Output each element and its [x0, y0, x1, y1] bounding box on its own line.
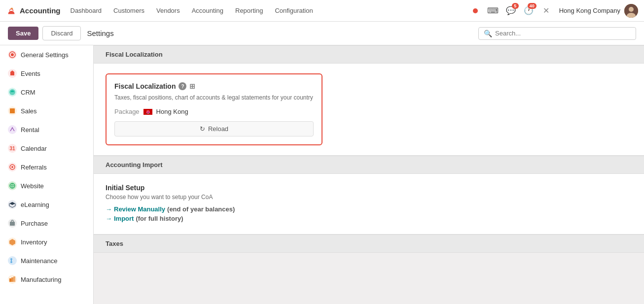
svg-rect-15	[9, 278, 11, 282]
nav-configuration[interactable]: Configuration	[270, 5, 318, 16]
initial-setup-title: Initial Setup	[106, 184, 632, 192]
main-layout: General Settings Events CRM Sales Rental	[0, 45, 644, 304]
website-icon	[8, 181, 17, 190]
grid-icon[interactable]: ⊞	[189, 82, 195, 90]
import-link[interactable]: → Import (for full history)	[106, 215, 632, 222]
fiscal-localization-section-header: Fiscal Localization	[94, 45, 644, 64]
app-name: Accounting	[20, 6, 61, 15]
sidebar-item-general-settings[interactable]: General Settings	[0, 45, 93, 64]
svg-text:🌺: 🌺	[145, 110, 150, 114]
svg-marker-11	[9, 239, 15, 245]
sidebar-item-label: Calendar	[21, 145, 47, 152]
nav-reporting[interactable]: Reporting	[230, 5, 268, 16]
import-label: Import	[114, 215, 134, 222]
svg-point-1	[629, 7, 634, 12]
svg-rect-10	[10, 222, 15, 226]
arrow-icon-2: →	[106, 215, 112, 222]
nav-vendors[interactable]: Vendors	[151, 5, 185, 16]
fiscal-card-title: Fiscal Localization ? ⊞	[114, 82, 314, 90]
initial-setup-description: Choose how you want to setup your CoA	[106, 194, 632, 201]
sidebar-item-purchase[interactable]: Purchase	[0, 214, 93, 233]
reload-icon: ↻	[200, 125, 205, 133]
purchase-icon	[8, 219, 17, 228]
svg-point-8	[11, 166, 13, 168]
toolbar: Save Discard Settings 🔍	[0, 22, 644, 45]
app-logo[interactable]: Accounting	[6, 5, 61, 16]
top-navbar: Accounting Dashboard Customers Vendors A…	[0, 0, 644, 22]
save-button[interactable]: Save	[8, 27, 38, 40]
red-dot-btn[interactable]	[468, 4, 482, 18]
discard-button[interactable]: Discard	[42, 26, 81, 40]
svg-rect-6	[10, 108, 15, 113]
nav-customers[interactable]: Customers	[108, 5, 149, 16]
nav-accounting[interactable]: Accounting	[187, 5, 228, 16]
sidebar-item-inventory[interactable]: Inventory	[0, 233, 93, 251]
sidebar-item-label: Manufacturing	[21, 276, 61, 283]
sidebar-item-events[interactable]: Events	[0, 64, 93, 83]
crm-icon	[8, 88, 17, 97]
search-input[interactable]	[495, 30, 631, 37]
general-settings-icon	[8, 50, 17, 59]
red-dot-icon	[473, 8, 478, 13]
taxes-section-header: Taxes	[94, 235, 644, 253]
review-manually-suffix: (end of year balances)	[167, 205, 235, 213]
calendar-icon: 31	[8, 144, 17, 153]
elearning-icon	[8, 200, 17, 209]
manufacturing-icon	[8, 275, 17, 284]
review-manually-label: Review Manually	[114, 205, 165, 213]
sidebar-item-label: Sales	[21, 107, 37, 115]
rental-icon	[8, 125, 17, 134]
sidebar-item-elearning[interactable]: eLearning	[0, 195, 93, 214]
sidebar-item-calendar[interactable]: 31 Calendar	[0, 139, 93, 158]
activities-btn[interactable]: 🕐 40	[522, 4, 536, 18]
sales-icon	[8, 106, 17, 115]
sidebar-item-sales[interactable]: Sales	[0, 101, 93, 120]
user-avatar[interactable]	[624, 4, 638, 18]
svg-point-13	[10, 261, 12, 263]
sidebar-item-label: Rental	[21, 126, 39, 134]
sidebar-item-crm[interactable]: CRM	[0, 83, 93, 101]
settings-content: Fiscal Localization Fiscal Localization …	[94, 45, 644, 304]
keyboard-btn[interactable]: ⌨	[486, 4, 500, 18]
sidebar-item-label: Inventory	[21, 238, 47, 246]
close-btn[interactable]: ✕	[539, 4, 553, 18]
package-value: Hong Kong	[156, 108, 188, 115]
sidebar-item-label: Referrals	[21, 164, 47, 171]
sidebar-item-label: Maintenance	[21, 257, 57, 265]
svg-point-12	[10, 258, 12, 260]
sidebar-item-manufacturing[interactable]: Manufacturing	[0, 270, 93, 289]
help-icon[interactable]: ?	[179, 82, 186, 90]
search-icon: 🔍	[484, 30, 492, 37]
sidebar-item-label: CRM	[21, 89, 36, 96]
inventory-icon	[8, 237, 17, 246]
import-suffix: (for full history)	[136, 215, 183, 222]
messages-badge: 5	[512, 3, 519, 9]
sidebar-item-label: Website	[21, 182, 44, 190]
keyboard-icon: ⌨	[487, 6, 499, 15]
nav-right: ⌨ 💬 5 🕐 40 ✕ Hong Kong Company	[468, 4, 638, 18]
sidebar-item-maintenance[interactable]: Maintenance	[0, 251, 93, 270]
sidebar-item-website[interactable]: Website	[0, 176, 93, 195]
nav-links: Dashboard Customers Vendors Accounting R…	[66, 5, 468, 16]
events-icon	[8, 69, 17, 78]
search-box[interactable]: 🔍	[478, 27, 636, 40]
sidebar-item-referrals[interactable]: Referrals	[0, 158, 93, 176]
company-name: Hong Kong Company	[559, 7, 620, 14]
messages-btn[interactable]: 💬 5	[504, 4, 518, 18]
svg-point-3	[11, 53, 14, 56]
accounting-import-section-header: Accounting Import	[94, 156, 644, 174]
activities-badge: 40	[528, 3, 537, 9]
referrals-icon	[8, 163, 17, 171]
sidebar-item-rental[interactable]: Rental	[0, 120, 93, 139]
arrow-icon: →	[106, 205, 112, 213]
fiscal-localization-card: Fiscal Localization ? ⊞ Taxes, fiscal po…	[106, 73, 322, 145]
page-title: Settings	[87, 29, 113, 37]
avatar-icon	[624, 4, 638, 18]
fiscal-package-row: Package 🌺 Hong Kong	[114, 108, 314, 115]
review-manually-link[interactable]: → Review Manually (end of year balances)	[106, 205, 632, 213]
svg-rect-16	[11, 277, 13, 282]
accounting-import-section-body: Initial Setup Choose how you want to set…	[94, 174, 644, 235]
reload-button[interactable]: ↻ Reload	[114, 121, 314, 136]
maintenance-icon	[8, 256, 17, 265]
nav-dashboard[interactable]: Dashboard	[66, 5, 107, 16]
